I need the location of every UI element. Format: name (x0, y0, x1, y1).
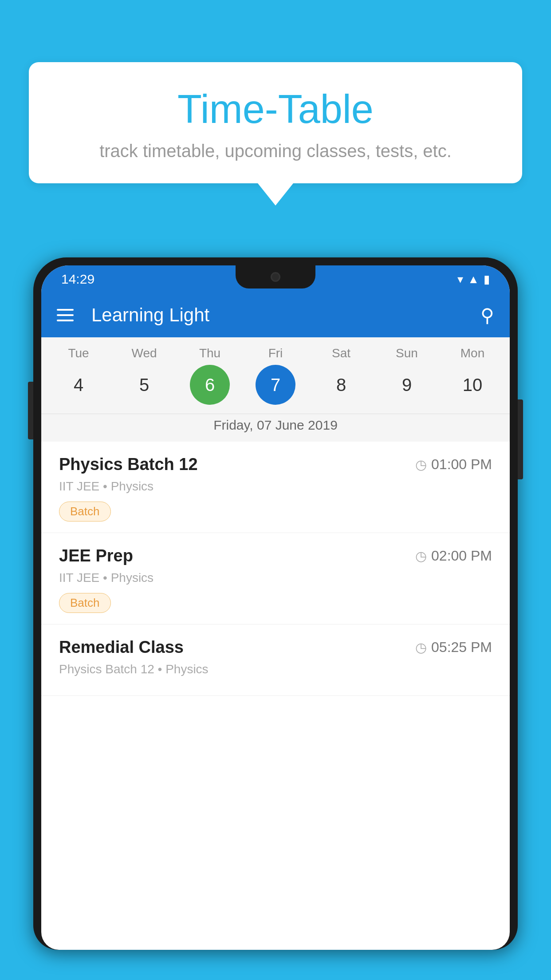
class-list: Physics Batch 12 ◷ 01:00 PM IIT JEE • Ph… (41, 442, 510, 696)
class-item-3-header: Remedial Class ◷ 05:25 PM (59, 638, 492, 657)
speech-bubble-section: Time-Table track timetable, upcoming cla… (29, 62, 522, 205)
day-labels-row: Tue Wed Thu Fri Sat Sun Mon (41, 346, 510, 360)
day-label-tue: Tue (52, 346, 105, 360)
hamburger-line-2 (57, 314, 74, 316)
camera-cutout (271, 272, 280, 282)
phone-frame: 14:29 ▾ ▲ ▮ Learning Light ⚲ (33, 257, 518, 950)
app-bar-title: Learning Light (91, 304, 467, 326)
batch-tag-1: Batch (59, 502, 111, 522)
class-item-1[interactable]: Physics Batch 12 ◷ 01:00 PM IIT JEE • Ph… (41, 442, 510, 533)
day-5[interactable]: 5 (124, 365, 164, 405)
class-time-value-1: 01:00 PM (431, 456, 492, 473)
clock-icon-3: ◷ (415, 640, 427, 655)
class-time-value-2: 02:00 PM (431, 548, 492, 564)
class-item-2[interactable]: JEE Prep ◷ 02:00 PM IIT JEE • Physics Ba… (41, 533, 510, 624)
class-subtitle-3: Physics Batch 12 • Physics (59, 662, 492, 676)
phone-container: 14:29 ▾ ▲ ▮ Learning Light ⚲ (33, 257, 518, 980)
day-label-fri: Fri (249, 346, 302, 360)
day-7-selected[interactable]: 7 (256, 365, 295, 405)
day-6-today[interactable]: 6 (190, 365, 230, 405)
phone-screen: 14:29 ▾ ▲ ▮ Learning Light ⚲ (41, 265, 510, 950)
day-4[interactable]: 4 (59, 365, 98, 405)
day-label-sun: Sun (380, 346, 433, 360)
clock-icon-2: ◷ (415, 548, 427, 564)
search-icon[interactable]: ⚲ (480, 304, 494, 326)
day-label-sat: Sat (315, 346, 368, 360)
day-9[interactable]: 9 (387, 365, 427, 405)
class-name-3: Remedial Class (59, 638, 184, 657)
class-item-3[interactable]: Remedial Class ◷ 05:25 PM Physics Batch … (41, 624, 510, 696)
day-8[interactable]: 8 (321, 365, 361, 405)
status-icons: ▾ ▲ ▮ (457, 273, 490, 286)
hamburger-line-3 (57, 320, 74, 321)
bubble-title: Time-Table (55, 87, 496, 132)
day-label-wed: Wed (118, 346, 171, 360)
class-time-value-3: 05:25 PM (431, 639, 492, 656)
class-name-1: Physics Batch 12 (59, 455, 198, 474)
phone-notch (236, 265, 315, 288)
class-name-2: JEE Prep (59, 546, 133, 565)
class-time-1: ◷ 01:00 PM (415, 456, 492, 473)
class-item-2-header: JEE Prep ◷ 02:00 PM (59, 546, 492, 565)
battery-icon: ▮ (484, 273, 490, 286)
selected-date-label: Friday, 07 June 2019 (41, 414, 510, 442)
calendar-strip: Tue Wed Thu Fri Sat Sun Mon 4 5 6 7 8 9 … (41, 337, 510, 442)
app-bar: Learning Light ⚲ (41, 293, 510, 337)
class-item-1-header: Physics Batch 12 ◷ 01:00 PM (59, 455, 492, 474)
day-label-thu: Thu (183, 346, 236, 360)
batch-tag-2: Batch (59, 593, 111, 613)
class-time-3: ◷ 05:25 PM (415, 639, 492, 656)
status-time: 14:29 (61, 272, 94, 287)
day-10[interactable]: 10 (453, 365, 492, 405)
signal-icon: ▲ (468, 273, 479, 286)
day-numbers-row: 4 5 6 7 8 9 10 (41, 360, 510, 414)
day-label-mon: Mon (446, 346, 499, 360)
speech-bubble-tail (258, 183, 293, 205)
speech-bubble: Time-Table track timetable, upcoming cla… (29, 62, 522, 183)
wifi-icon: ▾ (457, 273, 463, 286)
class-subtitle-2: IIT JEE • Physics (59, 571, 492, 585)
hamburger-line-1 (57, 309, 74, 311)
hamburger-menu-button[interactable] (57, 309, 74, 321)
class-time-2: ◷ 02:00 PM (415, 548, 492, 564)
class-subtitle-1: IIT JEE • Physics (59, 479, 492, 494)
bubble-subtitle: track timetable, upcoming classes, tests… (55, 141, 496, 161)
clock-icon-1: ◷ (415, 457, 427, 472)
